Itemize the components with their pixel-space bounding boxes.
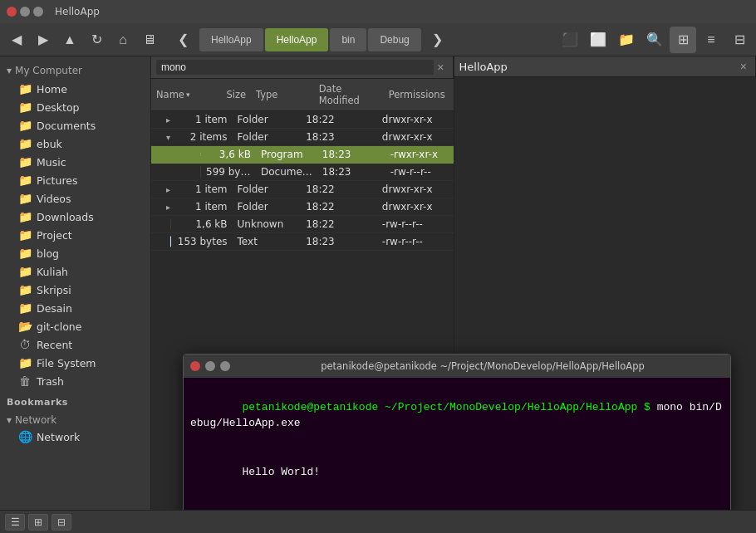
refresh-button[interactable]: ↻: [83, 27, 110, 53]
table-row[interactable]: ⚙ HelloApp.exe 3,6 kB Program 18:23 -rwx…: [151, 146, 454, 164]
table-row[interactable]: ▸ 📁 obj 1 item Folder 18:22 drwxr-xr-x: [151, 181, 454, 198]
folder-icon: 📁: [18, 265, 32, 278]
right-pane-header: HelloApp ×: [454, 56, 757, 77]
right-pane-close-button[interactable]: ×: [737, 60, 750, 73]
up-button[interactable]: ▲: [56, 27, 83, 53]
sidebar-item-home[interactable]: 📁 Home: [0, 80, 150, 98]
expand-icon: ▾: [166, 133, 170, 142]
tab-helloapp-1[interactable]: HelloApp: [199, 28, 263, 51]
right-pane-title: HelloApp: [459, 61, 508, 73]
window-minimize-button[interactable]: [20, 7, 30, 17]
terminal-window: petanikode@petanikode ~/Project/MonoDeve…: [183, 354, 731, 533]
view-split-horiz-button[interactable]: ⬛: [557, 27, 583, 53]
sidebar: ▾ My Computer 📁 Home 📁 Desktop 📁 Documen…: [0, 56, 151, 533]
sidebar-item-filesystem[interactable]: 📁 File System: [0, 354, 150, 372]
col-header-size[interactable]: Size: [194, 81, 251, 109]
tab-debug[interactable]: Debug: [368, 28, 420, 51]
status-btn-2[interactable]: ⊞: [28, 514, 48, 531]
view-split-vert-button[interactable]: ⬜: [585, 27, 611, 53]
toolbar: ◀ ▶ ▲ ↻ ⌂ 🖥 ❮ HelloApp HelloApp bin Debu…: [0, 23, 756, 56]
col-header-date[interactable]: Date Modified: [314, 81, 384, 109]
col-header-type[interactable]: Type: [251, 81, 314, 109]
folder-icon: 📁: [18, 228, 32, 242]
folder-icon: 📁: [18, 210, 32, 223]
home-button[interactable]: ⌂: [110, 27, 136, 53]
sidebar-item-music[interactable]: 📁 Music: [0, 153, 150, 171]
status-btn-1[interactable]: ☰: [5, 514, 25, 531]
col-header-name[interactable]: Name ▾: [151, 81, 194, 109]
file-table-header: Name ▾ Size Type Date Modified: [151, 79, 454, 111]
window-title: HelloApp: [55, 6, 100, 17]
bookmarks-label: Bookmarks: [0, 390, 150, 409]
clock-icon: ⏱: [18, 338, 32, 351]
folder-icon: 📁: [18, 192, 32, 205]
sidebar-item-git-clone[interactable]: 📂 git-clone: [0, 317, 150, 335]
forward-button[interactable]: ▶: [30, 27, 56, 53]
chevron-down-icon: ▾: [7, 65, 12, 76]
folder-icon: 📁: [18, 283, 32, 296]
sidebar-item-videos[interactable]: 📁 Videos: [0, 189, 150, 208]
file-tabs: HelloApp HelloApp bin Debug: [199, 28, 421, 51]
table-row[interactable]: ▸ 📁 Properties 1 item Folder 18:22 drwxr…: [151, 198, 454, 216]
titlebar-window-controls: [7, 7, 43, 17]
nav-next-button[interactable]: ❯: [425, 27, 451, 53]
special-icon: 📂: [18, 320, 32, 333]
sidebar-item-desktop[interactable]: 📁 Desktop: [0, 98, 150, 116]
terminal-maximize-button[interactable]: [220, 361, 230, 371]
sidebar-item-downloads[interactable]: 📁 Downloads: [0, 208, 150, 226]
computer-button[interactable]: 🖥: [136, 27, 163, 53]
table-row[interactable]: ▾ 📁 Debug 2 items Folder 18:23 drwxr-xr-…: [151, 129, 454, 146]
sidebar-item-kuliah[interactable]: 📁 Kuliah: [0, 262, 150, 281]
sidebar-item-documents[interactable]: 📁 Documents: [0, 116, 150, 134]
sidebar-item-network[interactable]: 🌐 Network: [0, 428, 150, 446]
toolbar-right-icons: ⬛ ⬜ 📁 🔍 ⊞ ≡ ⊟: [557, 27, 753, 53]
sidebar-item-pictures[interactable]: 📁 Pictures: [0, 171, 150, 189]
expand-icon: ▸: [166, 185, 170, 194]
left-pane-close-button[interactable]: ×: [434, 61, 447, 74]
folder-icon: 📁: [18, 137, 32, 150]
sidebar-item-recent[interactable]: ⏱ Recent: [0, 335, 150, 354]
window-close-button[interactable]: [7, 7, 17, 17]
search-button[interactable]: 🔍: [641, 27, 668, 53]
sidebar-item-project[interactable]: 📁 Project: [0, 226, 150, 244]
terminal-minimize-button[interactable]: [205, 361, 215, 371]
table-row[interactable]: 📄 HelloApp.exe.mdb 599 bytes Document 18…: [151, 164, 454, 181]
terminal-line-2: Hello World!: [190, 447, 724, 496]
back-button[interactable]: ◀: [3, 27, 30, 53]
sidebar-item-desain[interactable]: 📁 Desain: [0, 299, 150, 317]
nav-prev-button[interactable]: ❮: [169, 27, 196, 53]
titlebar: HelloApp: [0, 0, 756, 23]
terminal-close-button[interactable]: [190, 361, 200, 371]
tab-bin[interactable]: bin: [330, 28, 366, 51]
view-folders-button[interactable]: 📁: [613, 27, 640, 53]
chevron-down-icon: ▾: [7, 414, 12, 426]
view-list-button[interactable]: ≡: [698, 27, 724, 53]
folder-icon: 📁: [18, 301, 32, 315]
status-btn-3[interactable]: ⊟: [52, 514, 71, 531]
sidebar-network-header[interactable]: ▾ Network: [0, 409, 150, 428]
view-grid-button[interactable]: ⊞: [670, 27, 696, 53]
folder-icon: 📁: [18, 119, 32, 132]
expand-icon: ▸: [166, 203, 170, 212]
table-row[interactable]: 📝 Program.cs 153 bytes Text 18:23 -rw-r-…: [151, 233, 454, 251]
terminal-line-1: petanikode@petanikode ~/Project/MonoDeve…: [190, 383, 724, 447]
sidebar-item-skripsi[interactable]: 📁 Skripsi: [0, 281, 150, 299]
col-header-perms[interactable]: Permissions: [384, 81, 454, 109]
sidebar-item-blog[interactable]: 📁 blog: [0, 244, 150, 262]
expand-icon: ▸: [166, 115, 170, 125]
sidebar-item-trash[interactable]: 🗑 Trash: [0, 372, 150, 390]
sidebar-mycomputer-header[interactable]: ▾ My Computer: [0, 61, 150, 80]
table-row[interactable]: 📄 HelloApp.csproj 1,6 kB Unknown 18:22 -…: [151, 216, 454, 233]
sidebar-item-ebuk[interactable]: 📁 ebuk: [0, 134, 150, 153]
folder-icon: 📁: [18, 174, 32, 187]
tab-helloapp-2[interactable]: HelloApp: [265, 28, 329, 51]
trash-icon: 🗑: [18, 374, 32, 388]
window-maximize-button[interactable]: [33, 7, 43, 17]
folder-icon: 📁: [18, 82, 32, 95]
folder-icon: 📁: [18, 356, 32, 369]
view-columns-button[interactable]: ⊟: [726, 27, 753, 53]
table-row[interactable]: ▸ 📁 bin 1 item Folder 18:22 drwxr-xr-x: [151, 111, 454, 129]
left-pane-path-input[interactable]: [156, 60, 434, 75]
sort-arrow-icon: ▾: [186, 90, 190, 99]
folder-icon: 📁: [18, 155, 32, 169]
